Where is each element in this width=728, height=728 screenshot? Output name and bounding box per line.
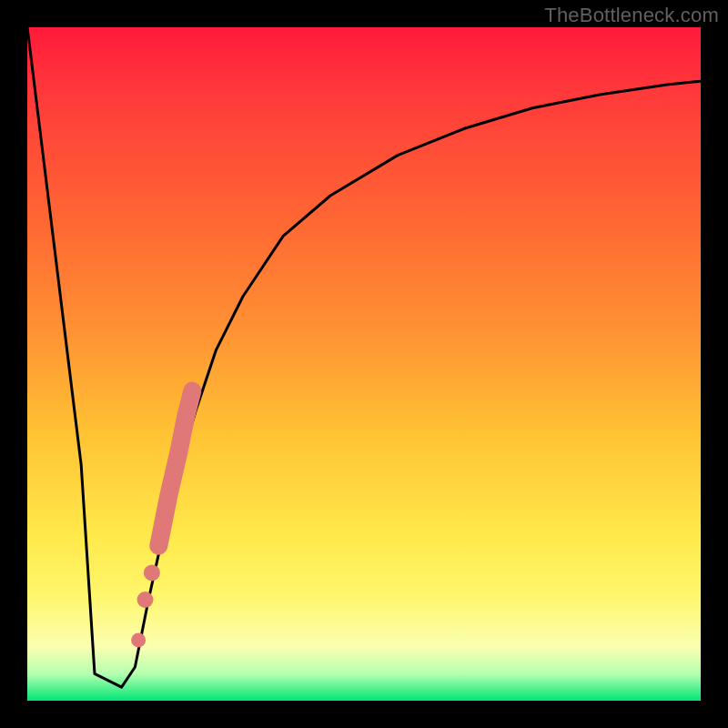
chart-frame: TheBottleneck.com <box>0 0 728 728</box>
marker-dot <box>137 592 154 608</box>
marker-dot <box>144 564 160 581</box>
highlighted-points <box>131 391 192 648</box>
marker-segment <box>158 391 192 546</box>
plot-area <box>27 27 701 701</box>
chart-svg <box>27 27 701 701</box>
bottleneck-curve <box>27 27 701 687</box>
marker-dot <box>131 632 146 647</box>
watermark-text: TheBottleneck.com <box>544 4 719 27</box>
